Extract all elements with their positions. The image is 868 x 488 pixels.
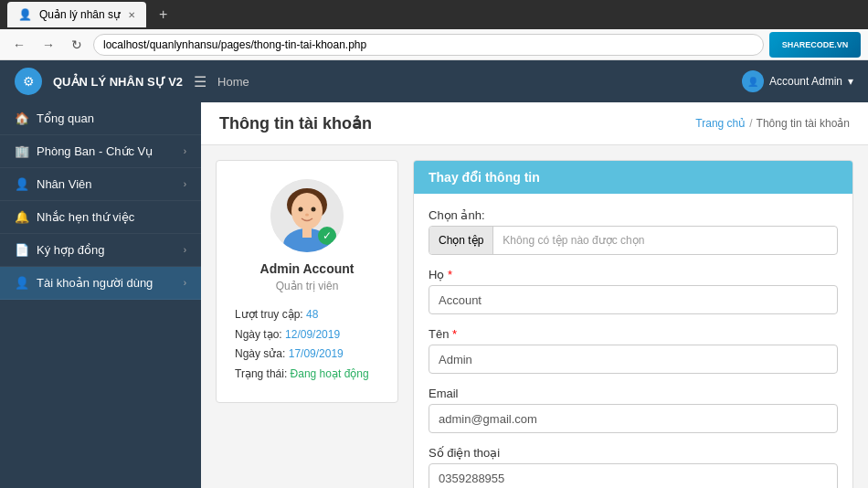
url-bar[interactable]	[93, 34, 764, 56]
sidebar-item-dashboard[interactable]: 🏠 Tổng quan	[0, 102, 201, 135]
form-panel: Thay đổi thông tin Chọn ảnh: Chọn tệp Kh…	[413, 160, 853, 488]
form-group-firstname: Tên *	[429, 327, 838, 374]
sidebar-label-department: Phòng Ban - Chức Vụ	[37, 144, 176, 158]
created-label: Ngày tạo:	[235, 328, 282, 341]
forward-button[interactable]: →	[37, 36, 60, 54]
app-logo-icon: ⚙	[15, 68, 42, 95]
sidebar: 🏠 Tổng quan 🏢 Phòng Ban - Chức Vụ › 👤 Nh…	[0, 102, 201, 488]
status-label: Trạng thái:	[235, 367, 287, 380]
sidebar-item-contract[interactable]: 📄 Ký hợp đồng ›	[0, 234, 201, 267]
dropdown-arrow: ▾	[848, 75, 853, 88]
active-tab[interactable]: 👤 Quản lý nhân sự ✕	[7, 2, 146, 27]
phone-input[interactable]	[429, 463, 838, 488]
tab-close-button[interactable]: ✕	[128, 10, 135, 20]
file-placeholder: Không có tệp nào được chọn	[493, 234, 653, 247]
user-label: Account Admin	[769, 75, 842, 88]
profile-name: Admin Account	[235, 261, 379, 276]
form-group-lastname: Họ *	[429, 268, 838, 314]
lastname-label: Họ *	[429, 268, 838, 281]
status-value: Đang hoạt động	[291, 367, 369, 380]
sharecode-logo: SHARECODE.VN	[769, 32, 861, 58]
dashboard-icon: 🏠	[15, 111, 29, 125]
profile-avatar: ✓	[270, 179, 344, 252]
profile-info: Lượt truy cập: 48 Ngày tạo: 12/09/2019 N…	[235, 305, 379, 384]
sidebar-label-account: Tài khoản người dùng	[37, 276, 176, 290]
sidebar-item-schedule[interactable]: 🔔 Nhắc hẹn thứ việc	[0, 201, 201, 234]
home-link[interactable]: Home	[217, 75, 249, 89]
account-icon: 👤	[15, 276, 29, 290]
department-arrow: ›	[184, 146, 186, 156]
firstname-label: Tên *	[429, 327, 838, 341]
svg-point-3	[299, 207, 303, 212]
browser-nav-bar: ← → ↻ SHARECODE.VN	[0, 29, 868, 60]
sidebar-item-department[interactable]: 🏢 Phòng Ban - Chức Vụ ›	[0, 135, 201, 168]
employee-icon: 👤	[15, 177, 29, 191]
app-name: QUẢN LÝ NHÂN SỰ V2	[53, 75, 183, 89]
top-navbar: ⚙ QUẢN LÝ NHÂN SỰ V2 ☰ Home 👤 Account Ad…	[0, 60, 868, 102]
file-input-group: Chọn tệp Không có tệp nào được chọn	[429, 226, 838, 255]
breadcrumb: Trang chủ / Thông tin tài khoản	[695, 117, 850, 130]
department-icon: 🏢	[15, 144, 29, 158]
sidebar-item-account[interactable]: 👤 Tài khoản người dùng ›	[0, 267, 201, 300]
lastname-input[interactable]	[429, 285, 838, 314]
main-area: 🏠 Tổng quan 🏢 Phòng Ban - Chức Vụ › 👤 Nh…	[0, 102, 868, 488]
breadcrumb-separator: /	[749, 117, 752, 130]
modified-value: 17/09/2019	[289, 347, 344, 360]
profile-role: Quản trị viên	[235, 280, 379, 292]
photo-label: Chọn ảnh:	[429, 208, 838, 222]
svg-point-5	[305, 214, 309, 217]
form-group-photo: Chọn ảnh: Chọn tệp Không có tệp nào được…	[429, 208, 838, 255]
phone-label: Số điện thoại	[429, 446, 838, 460]
form-group-phone: Số điện thoại	[429, 446, 838, 488]
contract-icon: 📄	[15, 243, 29, 257]
access-label: Lượt truy cập:	[235, 308, 303, 321]
firstname-input[interactable]	[429, 345, 838, 374]
svg-point-2	[291, 193, 323, 229]
email-input[interactable]	[429, 404, 838, 433]
avatar-svg: ✓	[270, 179, 344, 252]
browser-tab-bar: 👤 Quản lý nhân sự ✕ +	[0, 0, 868, 29]
hamburger-menu[interactable]: ☰	[194, 73, 206, 90]
sidebar-label-schedule: Nhắc hẹn thứ việc	[37, 210, 186, 224]
sidebar-item-employee[interactable]: 👤 Nhân Viên ›	[0, 168, 201, 201]
new-tab-button[interactable]: +	[152, 6, 175, 23]
sidebar-label-contract: Ký hợp đồng	[37, 243, 176, 257]
schedule-icon: 🔔	[15, 210, 29, 224]
lastname-required: *	[448, 268, 452, 281]
access-value: 48	[306, 308, 318, 321]
form-header: Thay đổi thông tin	[414, 161, 852, 194]
created-value: 12/09/2019	[285, 328, 340, 341]
tab-title: Quản lý nhân sự	[39, 8, 121, 21]
content-area: Thông tin tài khoản Trang chủ / Thông ti…	[201, 102, 868, 488]
svg-text:✓: ✓	[323, 229, 332, 242]
refresh-button[interactable]: ↻	[66, 36, 88, 54]
svg-rect-7	[302, 227, 312, 238]
email-label: Email	[429, 387, 838, 400]
file-choose-button[interactable]: Chọn tệp	[429, 227, 493, 254]
sidebar-label-employee: Nhân Viên	[37, 177, 176, 191]
form-group-email: Email	[429, 387, 838, 433]
breadcrumb-current: Thông tin tài khoản	[757, 117, 850, 130]
content-body: ✓ Admin Account Quản trị viên Lượt truy …	[201, 145, 868, 488]
sidebar-label-dashboard: Tổng quan	[37, 111, 186, 125]
tab-favicon: 👤	[18, 8, 32, 21]
page-title: Thông tin tài khoản	[219, 113, 372, 133]
back-button[interactable]: ←	[7, 36, 31, 54]
form-body: Chọn ảnh: Chọn tệp Không có tệp nào được…	[414, 194, 852, 488]
user-avatar-small: 👤	[742, 70, 764, 92]
profile-card: ✓ Admin Account Quản trị viên Lượt truy …	[216, 160, 398, 403]
breadcrumb-home[interactable]: Trang chủ	[695, 117, 746, 130]
user-badge[interactable]: 👤 Account Admin ▾	[742, 70, 853, 92]
modified-label: Ngày sửa:	[235, 347, 285, 360]
content-header: Thông tin tài khoản Trang chủ / Thông ti…	[201, 102, 868, 145]
svg-point-4	[312, 207, 316, 212]
contract-arrow: ›	[184, 245, 186, 255]
account-arrow: ›	[184, 278, 186, 288]
employee-arrow: ›	[184, 179, 186, 189]
firstname-required: *	[452, 327, 457, 341]
